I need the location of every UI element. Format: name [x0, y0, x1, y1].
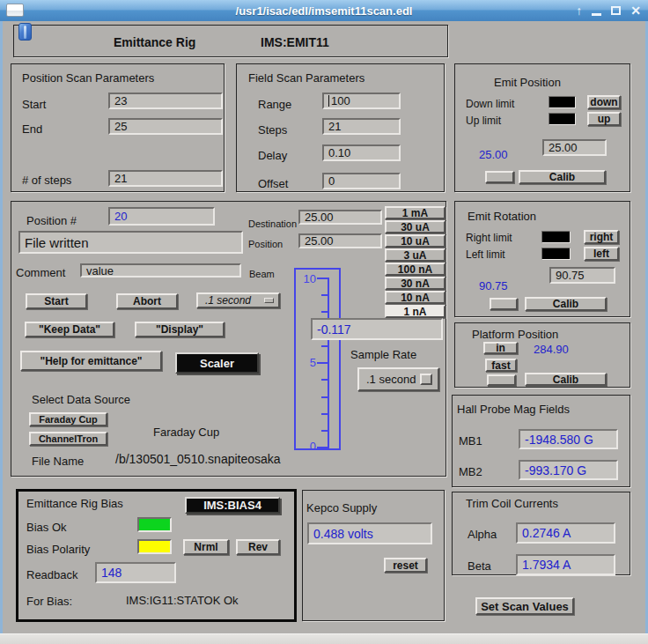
- end-field[interactable]: 25: [108, 118, 223, 135]
- offset-field[interactable]: 0: [322, 173, 401, 189]
- position-scan-box: Position Scan Parameters Start 23 End 25…: [11, 63, 225, 192]
- bias-device-button[interactable]: IMS:BIAS4: [185, 497, 280, 514]
- platform-calib-button[interactable]: Calib: [525, 373, 607, 386]
- right-button[interactable]: right: [584, 230, 619, 244]
- delay-label: Delay: [258, 149, 287, 162]
- select-source-label: Select Data Source: [32, 393, 130, 406]
- nrml-button[interactable]: Nrml: [183, 539, 229, 555]
- bias-title: Emittance Rig Bias: [26, 497, 123, 510]
- bias-readback-label: Readback: [26, 568, 78, 581]
- platform-position-box: Platform Position in 284.90 fast Calib: [454, 322, 630, 388]
- emit-position-blank-button[interactable]: [485, 171, 514, 183]
- start-button[interactable]: Start: [26, 293, 87, 309]
- scaler-button[interactable]: Scaler: [175, 352, 259, 374]
- for-bias-status: IMS:IG11:STATOK Ok: [126, 594, 239, 607]
- num-steps-field[interactable]: 21: [108, 170, 223, 187]
- platform-position-title: Platform Position: [472, 328, 558, 341]
- minimize-icon[interactable]: [592, 13, 601, 16]
- down-limit-indicator: [549, 96, 576, 108]
- field-scan-box: Field Scan Parameters Range 100 Steps 21…: [236, 63, 445, 192]
- keep-data-button[interactable]: "Keep Data": [25, 322, 114, 337]
- range-3uA-button[interactable]: 3 uA: [385, 248, 446, 262]
- platform-fast-button[interactable]: fast: [485, 359, 517, 372]
- end-label: End: [22, 122, 42, 136]
- left-limit-label: Left limit: [466, 248, 505, 261]
- alpha-label: Alpha: [468, 528, 497, 541]
- bias-readback-field: 148: [95, 562, 176, 583]
- emit-rotation-readback: 90.75: [479, 279, 508, 292]
- beam-position-field: 25.00: [298, 233, 382, 248]
- emit-rotation-setpoint[interactable]: 90.75: [549, 267, 615, 284]
- help-button[interactable]: "Help for emittance": [20, 351, 162, 371]
- start-field[interactable]: 23: [108, 93, 223, 109]
- destination-field[interactable]: 25.00: [298, 210, 382, 225]
- maximize-icon[interactable]: [611, 6, 621, 15]
- trim-coil-box: Trim Coil Currents Alpha 0.2746 A Beta 1…: [452, 492, 630, 575]
- sample-rate-label: Sample Rate: [350, 348, 416, 361]
- num-steps-label: # of steps: [22, 174, 71, 187]
- range-1nA-button[interactable]: 1 nA: [385, 305, 446, 318]
- emit-position-box: Emit Position Down limit down Up limit u…: [454, 63, 630, 192]
- bias-ok-label: Bias Ok: [26, 521, 67, 534]
- close-icon[interactable]: ✕: [630, 0, 641, 21]
- beam-current-reading: -0.117: [311, 318, 443, 340]
- emit-rotation-calib-button[interactable]: Calib: [525, 297, 607, 311]
- dwell-time-menu[interactable]: .1 second: [196, 292, 280, 308]
- emit-position-setpoint[interactable]: 25.00: [542, 139, 607, 156]
- abort-button[interactable]: Abort: [116, 293, 178, 309]
- destination-label: Destination: [248, 218, 297, 229]
- range-100nA-button[interactable]: 100 nA: [385, 263, 446, 276]
- edm-window: /usr1/isac/edl/imsemit11scan.edl ↑ ✕ Emi…: [0, 0, 648, 644]
- hall-probe-title: Hall Probe Mag Fields: [457, 403, 570, 416]
- display-button[interactable]: "Display": [135, 322, 225, 337]
- steps-field[interactable]: 21: [322, 118, 401, 135]
- offset-label: Offset: [258, 177, 288, 190]
- sample-rate-menu[interactable]: .1 second: [357, 367, 439, 391]
- emit-position-title: Emit Position: [494, 76, 561, 89]
- scan-status-field: File written: [18, 231, 243, 254]
- down-button[interactable]: down: [587, 95, 621, 109]
- kepco-reset-button[interactable]: reset: [384, 558, 427, 573]
- platform-readback: 284.90: [534, 343, 569, 356]
- bias-ok-indicator: [137, 517, 172, 532]
- range-10nA-button[interactable]: 10 nA: [385, 291, 446, 304]
- left-button[interactable]: left: [584, 247, 619, 261]
- rollup-icon[interactable]: ↑: [576, 0, 582, 21]
- header-box: Emittance Rig IMS:EMIT11: [13, 25, 448, 57]
- mb1-label: MB1: [459, 434, 482, 448]
- emit-position-readback: 25.00: [479, 148, 508, 161]
- alpha-field: 0.2746 A: [516, 522, 615, 544]
- mb2-field: -993.170 G: [519, 460, 618, 480]
- window-left-edge: [0, 21, 3, 634]
- beam-position-label: Position: [248, 239, 283, 249]
- down-limit-label: Down limit: [466, 98, 514, 110]
- rev-button[interactable]: Rev: [236, 539, 280, 555]
- platform-in-button[interactable]: in: [483, 342, 518, 354]
- range-30nA-button[interactable]: 30 nA: [385, 277, 446, 290]
- faraday-cup-button[interactable]: Faraday Cup: [29, 412, 107, 426]
- set-scan-values-button[interactable]: Set Scan Values: [475, 597, 574, 615]
- up-limit-label: Up limit: [466, 115, 501, 127]
- meter-mid-label: 5: [297, 356, 316, 369]
- right-limit-indicator: [541, 231, 571, 243]
- emit-position-calib-button[interactable]: Calib: [519, 170, 606, 184]
- up-limit-indicator: [549, 113, 576, 125]
- emit-rotation-blank-button[interactable]: [490, 298, 518, 310]
- bias-box: Emittance Rig Bias IMS:BIAS4 Bias Ok Bia…: [16, 489, 297, 622]
- kepco-title: Kepco Supply: [306, 501, 377, 514]
- text-cursor: [328, 95, 329, 107]
- comment-field[interactable]: value: [80, 263, 241, 278]
- range-1mA-button[interactable]: 1 mA: [385, 206, 446, 219]
- delay-field[interactable]: 0.10: [322, 144, 401, 161]
- trim-coil-title: Trim Coil Currents: [466, 497, 558, 510]
- up-button[interactable]: up: [587, 112, 621, 126]
- steps-label: Steps: [258, 123, 287, 137]
- titlebar[interactable]: /usr1/isac/edl/imsemit11scan.edl ↑ ✕: [0, 0, 648, 21]
- range-field[interactable]: 100: [322, 93, 401, 109]
- range-30uA-button[interactable]: 30 uA: [385, 220, 446, 233]
- edm-file-icon[interactable]: [18, 23, 32, 41]
- position-number-field: 20: [108, 207, 215, 226]
- platform-blank-button[interactable]: [487, 374, 516, 386]
- range-10uA-button[interactable]: 10 uA: [385, 234, 446, 248]
- channeltron-button[interactable]: ChannelTron: [29, 432, 107, 446]
